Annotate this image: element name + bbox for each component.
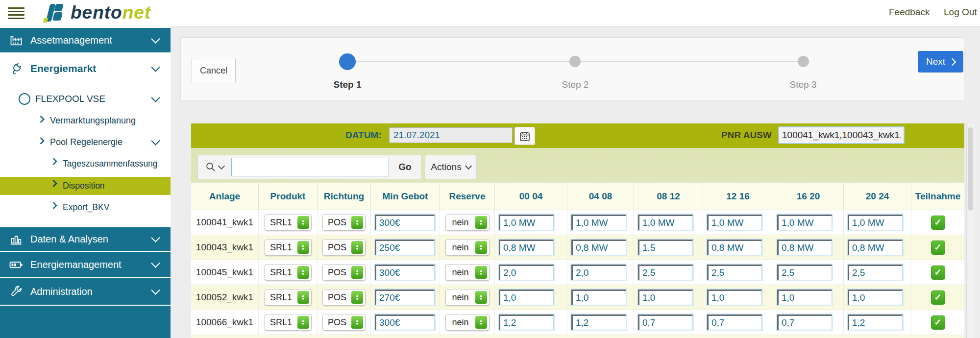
slot-input[interactable] <box>638 240 693 255</box>
slot-input[interactable] <box>848 215 903 230</box>
arrow-down-icon: ▼ <box>301 297 305 301</box>
slot-input[interactable] <box>571 240 626 255</box>
slot-input[interactable] <box>707 215 762 230</box>
teilnahme-checkbox[interactable]: ✓ <box>931 241 945 255</box>
produkt-select[interactable]: SRL1▲▼ <box>265 289 312 306</box>
slot-input[interactable] <box>638 290 693 305</box>
sidebar-item-label: Disposition <box>63 181 105 191</box>
sidebar-item-pool-regelenergie[interactable]: Pool Regelenergie <box>0 134 171 150</box>
slot-input[interactable] <box>848 314 903 330</box>
vertical-scrollbar[interactable] <box>966 123 974 338</box>
produkt-select-value: SRL1 <box>265 267 297 278</box>
sidebar-item-administration[interactable]: Administration <box>0 278 171 305</box>
produkt-select[interactable]: SRL1▲▼ <box>265 264 312 281</box>
slot-input[interactable] <box>777 314 832 330</box>
produkt-select[interactable]: SRL1▲▼ <box>265 214 312 231</box>
step-3-dot[interactable] <box>798 56 809 67</box>
produkt-select[interactable]: SRL1▲▼ <box>265 314 312 331</box>
reserve-select-value: nein <box>446 217 475 228</box>
slot-input[interactable] <box>848 290 903 305</box>
slot-input[interactable] <box>571 290 626 305</box>
slot-input[interactable] <box>707 290 762 305</box>
slot-input[interactable] <box>638 265 693 280</box>
slot-input[interactable] <box>499 314 554 330</box>
slot-input[interactable] <box>571 314 626 330</box>
sidebar-item-export-bkv[interactable]: Export_BKV <box>0 199 171 216</box>
feedback-link[interactable]: Feedback <box>889 7 930 18</box>
cancel-button[interactable]: Cancel <box>192 58 236 83</box>
richtung-select[interactable]: POS▲▼ <box>322 214 366 231</box>
slot-input[interactable] <box>777 215 832 230</box>
richtung-select[interactable]: POS▲▼ <box>322 289 366 306</box>
reserve-select[interactable]: nein▲▼ <box>445 289 490 306</box>
slot-input[interactable] <box>707 240 762 255</box>
sidebar-item-energiemarkt[interactable]: Energiemarkt <box>0 55 171 82</box>
actions-button[interactable]: Actions <box>425 155 477 179</box>
min-gebot-input[interactable] <box>375 314 435 330</box>
slot-input[interactable] <box>777 240 832 255</box>
slot-input[interactable] <box>848 240 903 255</box>
pnr-ausw-input[interactable] <box>778 126 905 144</box>
min-gebot-input[interactable] <box>375 240 435 255</box>
richtung-select[interactable]: POS▲▼ <box>322 264 366 281</box>
step-2-dot[interactable] <box>569 56 581 67</box>
slot-cell <box>703 235 773 260</box>
teilnahme-checkbox[interactable]: ✓ <box>931 266 945 280</box>
sidebar-item-daten-analysen[interactable]: Daten & Analysen <box>0 227 171 251</box>
slot-cell <box>634 260 703 285</box>
slot-input[interactable] <box>499 290 554 305</box>
go-button[interactable]: Go <box>389 162 421 172</box>
slot-input[interactable] <box>499 215 554 230</box>
richtung-select[interactable]: POS▲▼ <box>322 239 366 256</box>
search-input[interactable] <box>231 158 389 176</box>
step-1-dot[interactable] <box>339 53 356 70</box>
produkt-select[interactable]: SRL1▲▼ <box>265 239 312 256</box>
slot-input[interactable] <box>777 290 832 305</box>
menu-icon[interactable] <box>8 5 24 20</box>
sidebar-item-flexpool-vse[interactable]: FLEXPOOL VSE <box>0 91 171 107</box>
slot-input[interactable] <box>707 265 762 280</box>
next-button[interactable]: Next <box>918 51 963 72</box>
search-column-selector[interactable] <box>198 155 231 179</box>
slot-input[interactable] <box>777 265 832 280</box>
min-gebot-input[interactable] <box>375 215 435 230</box>
reserve-select[interactable]: nein▲▼ <box>445 239 490 256</box>
reserve-select[interactable]: nein▲▼ <box>445 314 490 331</box>
scrollbar-thumb[interactable] <box>968 127 973 211</box>
slot-input[interactable] <box>571 265 626 280</box>
slot-cell <box>844 310 911 335</box>
sidebar-item-disposition[interactable]: Disposition <box>0 177 171 195</box>
reserve-cell: nein▲▼ <box>440 210 495 235</box>
teilnahme-checkbox[interactable]: ✓ <box>931 290 945 305</box>
slot-cell <box>567 285 634 310</box>
logout-link[interactable]: Log Out <box>944 7 977 18</box>
produkt-select-value: SRL1 <box>265 217 297 228</box>
slot-input[interactable] <box>638 215 693 230</box>
sidebar-item-vermarktungsplanung[interactable]: Vermarktungsplanung <box>0 113 171 128</box>
slot-input[interactable] <box>571 215 626 230</box>
reserve-select[interactable]: nein▲▼ <box>445 264 490 281</box>
richtung-select[interactable]: POS▲▼ <box>322 314 366 331</box>
calendar-icon[interactable] <box>514 127 535 145</box>
slot-input[interactable] <box>499 265 554 280</box>
slot-input[interactable] <box>707 314 762 330</box>
step-3-label: Step 3 <box>774 79 833 90</box>
chevron-right-icon <box>50 180 58 188</box>
slot-input[interactable] <box>848 265 903 280</box>
slot-input[interactable] <box>638 314 693 330</box>
min-gebot-input[interactable] <box>375 265 435 280</box>
slot-cell <box>567 235 634 260</box>
teilnahme-checkbox[interactable]: ✓ <box>931 216 945 230</box>
slot-input[interactable] <box>499 240 554 255</box>
min-gebot-cell <box>371 260 440 285</box>
sidebar-item-tageszusammenfassung[interactable]: Tageszusammenfassung <box>0 155 171 172</box>
reserve-select[interactable]: nein▲▼ <box>445 214 490 231</box>
slot-cell <box>634 310 703 335</box>
sidebar-item-energiemanagement[interactable]: Energiemanagement <box>0 252 171 277</box>
arrow-down-icon: ▼ <box>301 322 305 326</box>
teilnahme-checkbox[interactable]: ✓ <box>931 315 945 330</box>
sidebar-item-assetmanagement[interactable]: Assetmanagement <box>0 28 171 52</box>
datum-input[interactable] <box>389 127 513 143</box>
min-gebot-input[interactable] <box>375 290 435 305</box>
richtung-cell: POS▲▼ <box>318 210 371 235</box>
